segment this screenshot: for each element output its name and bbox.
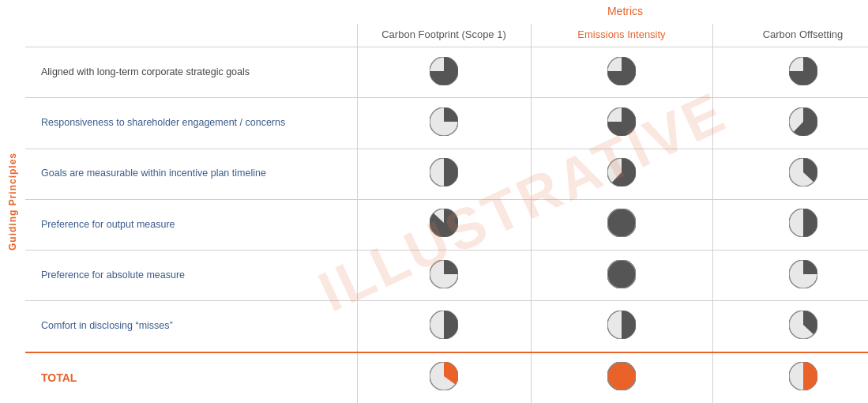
table-row: Aligned with long-term corporate strateg… bbox=[25, 47, 868, 98]
pie-chart bbox=[607, 209, 636, 237]
table-row: Goals are measurable within incentive pl… bbox=[25, 149, 868, 199]
pie-chart bbox=[607, 260, 636, 288]
total-row: TOTAL bbox=[25, 352, 868, 403]
cell-col3 bbox=[712, 301, 868, 352]
cell-col2 bbox=[531, 250, 712, 301]
svg-point-11 bbox=[607, 209, 636, 237]
pie-chart bbox=[789, 57, 817, 85]
table-row: Responsiveness to shareholder engagement… bbox=[25, 98, 868, 149]
pie-chart bbox=[607, 158, 636, 186]
total-label: TOTAL bbox=[25, 352, 357, 403]
cell-col1 bbox=[357, 250, 531, 301]
cell-col1 bbox=[357, 47, 531, 98]
row-label: Preference for output measure bbox=[25, 199, 357, 250]
row-label: Preference for absolute measure bbox=[25, 250, 357, 301]
pie-chart bbox=[789, 158, 817, 186]
cell-col3 bbox=[712, 98, 868, 149]
pie-chart bbox=[430, 57, 458, 85]
row-label: Responsiveness to shareholder engagement… bbox=[25, 98, 357, 149]
cell-col3 bbox=[712, 250, 868, 301]
empty-header bbox=[25, 0, 357, 24]
cell-col2 bbox=[531, 301, 712, 352]
row-label: Aligned with long-term corporate strateg… bbox=[25, 47, 357, 98]
main-table-wrapper: Metrics Carbon Footprint (Scope 1) Emiss… bbox=[25, 0, 868, 403]
svg-point-22 bbox=[607, 362, 636, 390]
cell-col3 bbox=[712, 47, 868, 98]
cell-col2 bbox=[531, 199, 712, 250]
cell-col2 bbox=[531, 47, 712, 98]
total-col2 bbox=[531, 352, 712, 403]
col1-header: Carbon Footprint (Scope 1) bbox=[357, 24, 531, 47]
pie-chart bbox=[430, 260, 458, 288]
pie-chart bbox=[789, 107, 817, 136]
pie-chart bbox=[607, 311, 636, 339]
cell-col1 bbox=[357, 301, 531, 352]
col3-header: Carbon Offsetting bbox=[712, 24, 868, 47]
cell-col2 bbox=[531, 149, 712, 199]
cell-col3 bbox=[712, 199, 868, 250]
cell-col1 bbox=[357, 199, 531, 250]
table-row: Preference for output measure bbox=[25, 199, 868, 250]
metrics-table: Metrics Carbon Footprint (Scope 1) Emiss… bbox=[25, 0, 868, 403]
pie-chart bbox=[607, 107, 636, 136]
pie-chart bbox=[430, 311, 458, 339]
pie-chart bbox=[789, 362, 817, 390]
cell-col1 bbox=[357, 149, 531, 199]
row-label: Comfort in disclosing “misses” bbox=[25, 301, 357, 352]
pie-chart bbox=[430, 362, 458, 390]
pie-chart bbox=[789, 209, 817, 237]
total-col3 bbox=[712, 352, 868, 403]
table-row: Preference for absolute measure bbox=[25, 250, 868, 301]
pie-chart bbox=[789, 260, 817, 288]
metrics-header: Metrics bbox=[357, 0, 868, 24]
pie-chart bbox=[430, 209, 458, 237]
label-col-header bbox=[25, 24, 357, 47]
svg-point-15 bbox=[607, 260, 636, 288]
pie-chart bbox=[430, 107, 458, 136]
table-row: Comfort in disclosing “misses” bbox=[25, 301, 868, 352]
pie-chart bbox=[430, 158, 458, 186]
cell-col1 bbox=[357, 98, 531, 149]
row-label: Goals are measurable within incentive pl… bbox=[25, 149, 357, 199]
cell-col3 bbox=[712, 149, 868, 199]
pie-chart bbox=[607, 362, 636, 390]
cell-col2 bbox=[531, 98, 712, 149]
pie-chart bbox=[607, 57, 636, 85]
pie-chart bbox=[789, 311, 817, 339]
guiding-principles-label: Guiding Principles bbox=[7, 153, 18, 250]
main-container: ILLUSTRATIVE Guiding Principles Metrics bbox=[0, 0, 868, 403]
col2-header: Emissions Intensity bbox=[531, 24, 712, 47]
guiding-principles-label-col: Guiding Principles bbox=[0, 0, 25, 403]
total-col1 bbox=[357, 352, 531, 403]
